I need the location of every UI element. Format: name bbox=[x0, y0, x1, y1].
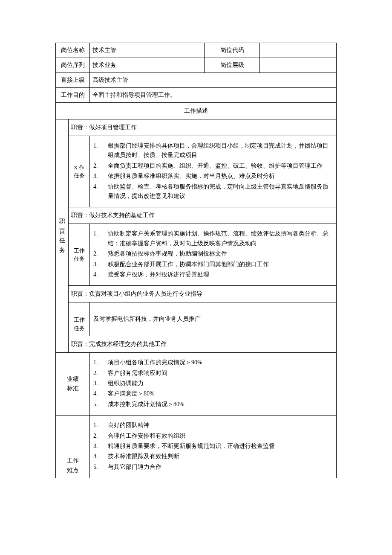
duty2-tasks: 1.协助制定客户关系管理的实施计划、操作规范、流程、绩效评估及撰写各类分析、总结… bbox=[90, 224, 337, 286]
task-label-2: 工作任务 bbox=[69, 224, 90, 286]
work-desc-title: 工作描述 bbox=[56, 103, 337, 119]
job-description-table: 岗位名称 技术主管 岗位代码 岗位序列 技术业务 岗位层级 直接上级 高级技术主… bbox=[55, 43, 337, 478]
work-purpose-value: 全面主持和指导项目管理工作。 bbox=[90, 88, 337, 103]
position-level-label: 岗位层级 bbox=[205, 58, 260, 73]
difficulty-label: 工作难点 bbox=[56, 416, 90, 478]
performance-items: 1.项目小组各项工作的完成情况＞90% 2.客户服务需求响应时间 3.组织协调能… bbox=[90, 353, 337, 416]
performance-label: 业绩标准 bbox=[56, 353, 90, 416]
task-label-3: 工作任务 bbox=[69, 302, 90, 336]
task-label-1: X 作任务 bbox=[69, 136, 90, 207]
duty1-title: 职责：做好项目管理工作 bbox=[69, 119, 337, 136]
position-code-label: 岗位代码 bbox=[205, 43, 260, 58]
position-series-value: 技术业务 bbox=[90, 58, 205, 73]
position-code-value bbox=[260, 43, 337, 58]
direct-superior-value: 高级技术主管 bbox=[90, 73, 337, 88]
position-level-value bbox=[260, 58, 337, 73]
duty2-title: 职责：做好技术支持的基础工作 bbox=[69, 207, 337, 224]
direct-superior-label: 直接上级 bbox=[56, 73, 90, 88]
duty1-tasks: 1.根据部门经理安排的具体项目，合理组织项目小组，制定项目完成计划，并团结项目组… bbox=[90, 136, 337, 207]
work-purpose-label: 工作目的 bbox=[56, 88, 90, 103]
duty3-tasks: 及时掌握电信新科技，并向业务人员推广 bbox=[90, 302, 337, 336]
position-name-label: 岗位名称 bbox=[56, 43, 90, 58]
position-series-label: 岗位序列 bbox=[56, 58, 90, 73]
duty-section-label: 职责 任务 bbox=[56, 119, 69, 353]
difficulty-items: 1.良好的团队精神 2.合理的工作安排和有效的组织 3.精通服务质量要求，不断更… bbox=[90, 416, 337, 478]
position-name-value: 技术主管 bbox=[90, 43, 205, 58]
duty3-title: 职责：负责对项目小组内的业务人员进行专业指导 bbox=[69, 286, 337, 302]
duty4-title: 职责：完成技术经理交办的其他工作 bbox=[69, 336, 337, 353]
